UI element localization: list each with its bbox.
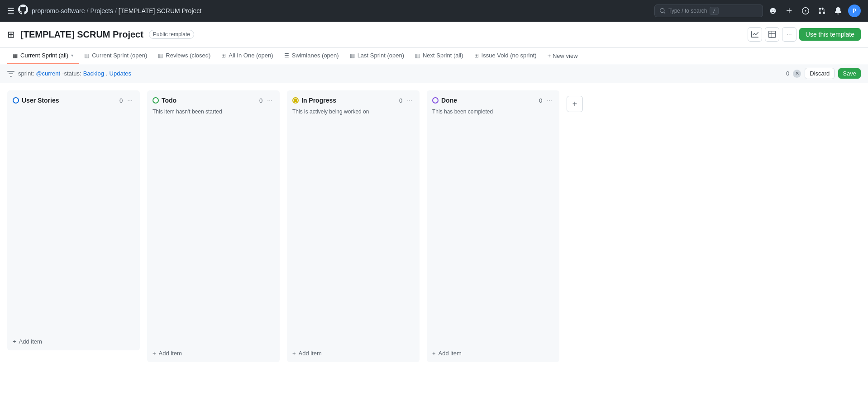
tab-label-reviews-closed: Reviews (closed) [166,52,210,59]
col-add-icon-user-stories: + [13,338,16,345]
col-menu-done[interactable]: ··· [545,96,554,105]
col-add-icon-todo: + [153,350,156,357]
projects-link[interactable]: Projects [90,7,113,14]
tab-next-sprint[interactable]: ▥ Next Sprint (all) [410,47,469,64]
project-header: ⊞ [TEMPLATE] SCRUM Project Public templa… [0,22,868,47]
topnav-left: ☰ propromo-software / Projects / [TEMPLA… [7,5,651,17]
col-desc-todo: This item hasn't been started [147,108,280,120]
tabs-bar: ▦ Current Sprint (all) ▾ ▥ Current Sprin… [0,47,868,64]
notifications-icon[interactable] [832,5,844,17]
tab-label-all-in-one: All In One (open) [229,52,273,59]
tab-current-sprint-all[interactable]: ▦ Current Sprint (all) ▾ [7,47,79,64]
column-user-stories: User Stories 0 ··· + Add item [7,90,140,350]
tab-label-next-sprint: Next Sprint (all) [423,52,463,59]
col-add-label-user-stories: Add item [19,338,42,345]
filter-updates-link[interactable]: Updates [110,70,131,77]
tab-label-issue-void: Issue Void (no sprint) [482,52,537,59]
issue-icon[interactable] [799,5,812,17]
filter-chips: sprint: @current -status: Backlog . Upda… [18,70,782,77]
filter-current-link[interactable]: @current [36,70,60,77]
col-body-user-stories [7,108,140,335]
col-count-todo: 0 [259,97,262,104]
tab-chevron-current-sprint-all[interactable]: ▾ [71,53,73,58]
filter-prefix: sprint: [18,70,34,77]
filter-period: . [106,70,108,77]
plus-icon[interactable] [783,5,796,17]
col-add-icon-done: + [432,350,436,357]
tab-icon-next-sprint: ▥ [415,52,420,59]
tab-icon-all-in-one: ⊞ [221,52,226,59]
tab-icon-last-sprint: ▥ [350,52,355,59]
tab-label-current-sprint-open: Current Sprint (open) [92,52,147,59]
col-dot-done [432,97,439,104]
new-view-button[interactable]: + New view [542,48,583,64]
col-menu-todo[interactable]: ··· [265,96,274,105]
org-link[interactable]: propromo-software [32,7,85,14]
search-placeholder: Type / to search [668,8,707,14]
col-menu-user-stories[interactable]: ··· [125,96,134,105]
filter-count: 0 [786,70,789,77]
col-title-done: Done [441,97,536,104]
breadcrumb-sep-1: / [87,7,89,14]
tab-current-sprint-open[interactable]: ▥ Current Sprint (open) [79,47,153,64]
tab-last-sprint[interactable]: ▥ Last Sprint (open) [344,47,410,64]
col-count-done: 0 [539,97,542,104]
use-template-button[interactable]: Use this template [799,28,861,41]
column-header-in-progress: In Progress 0 ··· [287,90,420,108]
filter-clear-button[interactable]: ✕ [793,70,801,78]
column-todo: Todo 0 ··· This item hasn't been started… [147,90,280,362]
col-title-todo: Todo [162,97,257,104]
tab-all-in-one[interactable]: ⊞ All In One (open) [216,47,278,64]
col-add-icon-in-progress: + [292,350,296,357]
col-add-item-todo[interactable]: + Add item [147,346,280,362]
col-title-in-progress: In Progress [301,97,396,104]
project-header-right: ··· Use this template [748,27,861,42]
col-add-label-in-progress: Add item [299,350,322,357]
column-header-user-stories: User Stories 0 ··· [7,90,140,108]
filter-save-button[interactable]: Save [838,68,861,79]
column-done: Done 0 ··· This has been completed + Add… [427,90,559,362]
tab-label-last-sprint: Last Sprint (open) [358,52,404,59]
filter-bar: sprint: @current -status: Backlog . Upda… [0,64,868,83]
col-body-in-progress [287,120,420,346]
breadcrumb: propromo-software / Projects / [TEMPLATE… [32,7,201,14]
col-dot-in-progress [292,97,299,104]
add-column-button[interactable]: + [567,96,583,112]
tab-swimlanes[interactable]: ☰ Swimlanes (open) [279,47,344,64]
col-dot-user-stories [13,97,19,104]
tab-issue-void[interactable]: ⊞ Issue Void (no sprint) [469,47,542,64]
tab-label-current-sprint-all: Current Sprint (all) [20,52,68,59]
project-icon: ⊞ [7,29,15,40]
column-header-todo: Todo 0 ··· [147,90,280,108]
more-icon-btn[interactable]: ··· [782,27,796,42]
tab-icon-current-sprint-open: ▥ [84,52,89,59]
col-desc-done: This has been completed [427,108,559,120]
main-content: ⊞ [TEMPLATE] SCRUM Project Public templa… [0,22,868,410]
col-title-user-stories: User Stories [22,97,117,104]
hamburger-icon[interactable]: ☰ [7,6,14,16]
tab-reviews-closed[interactable]: ▥ Reviews (closed) [153,47,216,64]
avatar[interactable]: P [848,5,861,17]
chart-icon-btn[interactable] [748,27,762,42]
search-kbd: / [710,7,718,15]
github-logo[interactable] [18,5,28,17]
table-icon-btn[interactable] [765,27,779,42]
column-header-done: Done 0 ··· [427,90,559,108]
filter-icon [7,70,14,77]
search-box[interactable]: Type / to search / [654,5,763,17]
public-badge: Public template [149,30,194,39]
filter-discard-button[interactable]: Discard [805,68,835,79]
filter-backlog-link[interactable]: Backlog [83,70,104,77]
project-title: [TEMPLATE] SCRUM Project [20,29,143,40]
ellipsis-icon: ··· [787,31,792,38]
copilot-icon[interactable] [767,5,779,17]
col-add-item-in-progress[interactable]: + Add item [287,346,420,362]
search-icon [659,8,666,14]
col-add-item-done[interactable]: + Add item [427,346,559,362]
col-add-label-todo: Add item [159,350,182,357]
col-body-done [427,120,559,346]
col-menu-in-progress[interactable]: ··· [405,96,414,105]
pr-icon[interactable] [816,5,828,17]
column-in-progress: In Progress 0 ··· This is actively being… [287,90,420,362]
col-add-item-user-stories[interactable]: + Add item [7,335,140,350]
